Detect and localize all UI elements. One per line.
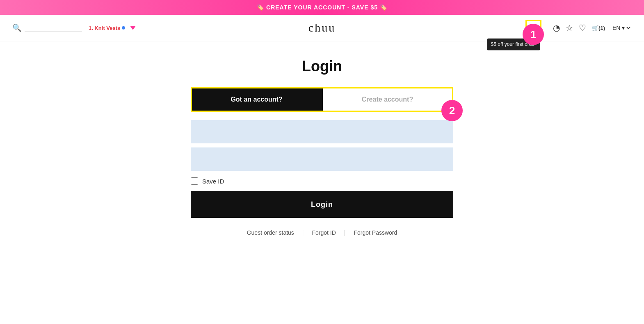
- email-input[interactable]: [191, 120, 453, 143]
- save-id-label: Save ID: [202, 178, 224, 185]
- annotation-badge-2: 2: [441, 100, 463, 121]
- main-content: Login Got an account? Create account? 2 …: [0, 41, 644, 252]
- page-title: Login: [302, 58, 342, 75]
- header-right: ➔ $5 off your first order 1 ◔ ☆ ♡ 🛒(1) E…: [525, 20, 632, 36]
- search-input[interactable]: [25, 24, 82, 32]
- cart-icon[interactable]: 🛒(1): [592, 25, 605, 31]
- trending-item[interactable]: 1. Knit Vests: [89, 25, 125, 31]
- tab-create-account[interactable]: Create account?: [323, 88, 452, 111]
- guest-order-link[interactable]: Guest order status: [247, 229, 294, 236]
- header-left: 🔍 1. Knit Vests: [12, 23, 525, 32]
- login-button[interactable]: Login: [191, 191, 453, 218]
- login-form: Save ID Login: [191, 116, 453, 218]
- trending-dot: [122, 26, 125, 29]
- star-icon[interactable]: ☆: [566, 23, 573, 33]
- separator-1: |: [302, 229, 304, 236]
- save-id-row: Save ID: [191, 177, 453, 185]
- tab-existing-account[interactable]: Got an account?: [192, 88, 321, 111]
- annotation-badge-1: 1: [523, 24, 544, 45]
- site-logo[interactable]: chuu: [308, 21, 336, 34]
- separator-2: |: [344, 229, 346, 236]
- trending-label: 1. Knit Vests: [89, 25, 120, 31]
- top-banner: 🏷️ CREATE YOUR ACCOUNT - SAVE $5 🏷️: [0, 0, 644, 15]
- footer-links: Guest order status | Forgot ID | Forgot …: [247, 229, 397, 236]
- forgot-id-link[interactable]: Forgot ID: [312, 229, 336, 236]
- dropdown-arrow-icon[interactable]: [130, 26, 136, 30]
- search-icon[interactable]: 🔍: [12, 23, 21, 32]
- wishlist-icon[interactable]: ♡: [579, 23, 586, 33]
- language-selector[interactable]: EN ▾: [611, 24, 632, 32]
- tab-container: Got an account? Create account? 2: [191, 87, 453, 112]
- password-input[interactable]: [191, 147, 453, 171]
- history-icon[interactable]: ◔: [553, 23, 560, 33]
- banner-text: 🏷️ CREATE YOUR ACCOUNT - SAVE $5 🏷️: [257, 4, 387, 11]
- save-id-checkbox[interactable]: [191, 177, 198, 185]
- header: 🔍 1. Knit Vests chuu ➔ $5 off your first…: [0, 15, 644, 41]
- forgot-password-link[interactable]: Forgot Password: [354, 229, 397, 236]
